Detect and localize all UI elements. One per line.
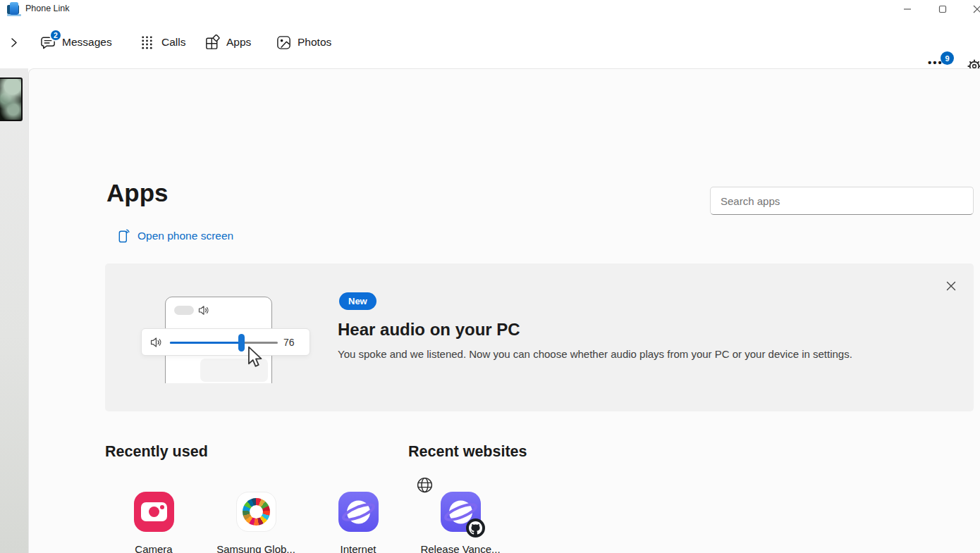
banner-close-button[interactable] [941, 276, 961, 296]
apps-grid-icon [204, 35, 220, 50]
speaker-icon [198, 305, 209, 316]
messages-badge: 2 [49, 29, 62, 42]
recent-websites-heading: Recent websites [408, 443, 527, 461]
samsung-internet-icon [338, 492, 379, 532]
minimize-button[interactable] [892, 0, 923, 18]
banner-title: Hear audio on your PC [338, 320, 520, 340]
close-button[interactable] [962, 0, 980, 18]
app-tile-camera[interactable]: Camera [104, 492, 203, 553]
volume-value: 76 [283, 337, 295, 348]
app-tile-samsung-global-goals[interactable]: Samsung Glob... [207, 492, 305, 553]
website-tile-label: Release Vance... [411, 543, 510, 553]
banner-description: You spoke and we listened. Now you can c… [338, 348, 852, 360]
page-title: Apps [106, 179, 169, 207]
tab-calls[interactable]: Calls [140, 30, 185, 55]
phone-wallpaper-thumbnail[interactable] [0, 77, 23, 121]
tab-apps[interactable]: Apps [204, 30, 251, 55]
phone-screen-icon [117, 228, 130, 243]
github-octocat-icon [466, 518, 485, 538]
main-content: Apps Open phone screen [28, 68, 980, 553]
app-tile-label: Internet [309, 543, 408, 553]
more-options-badge: 9 [941, 51, 954, 65]
volume-slider-thumb [238, 334, 245, 352]
tab-apps-label: Apps [226, 36, 251, 49]
phone-sidebar [0, 68, 28, 553]
maximize-button[interactable] [927, 0, 958, 18]
open-phone-screen-link[interactable]: Open phone screen [117, 228, 233, 243]
open-phone-screen-label: Open phone screen [137, 230, 233, 242]
expand-sidebar-button[interactable] [4, 32, 24, 52]
hear-audio-banner: 76 New Hear audio on your PC You spoke a… [105, 263, 974, 411]
dialpad-icon [140, 35, 155, 50]
camera-app-icon [134, 492, 174, 532]
new-badge: New [339, 292, 376, 310]
window-title: Phone Link [25, 4, 70, 13]
recently-used-heading: Recently used [105, 443, 208, 461]
volume-flyout-illustration: 76 [141, 328, 310, 356]
app-tile-internet[interactable]: Internet [309, 492, 408, 553]
tab-messages-label: Messages [62, 36, 112, 49]
close-icon [946, 281, 956, 291]
tab-photos-label: Photos [298, 36, 331, 49]
search-input[interactable] [710, 187, 974, 215]
photo-icon [276, 35, 291, 50]
tab-calls-label: Calls [161, 36, 185, 49]
mouse-cursor-icon [246, 346, 263, 368]
message-bubble-icon: 2 [40, 35, 56, 50]
speaker-icon [150, 337, 162, 348]
tab-messages[interactable]: 2 Messages [40, 30, 112, 55]
app-tile-label: Samsung Glob... [207, 543, 305, 553]
nav-bar: 2 Messages Calls Apps [0, 18, 980, 68]
tab-photos[interactable]: Photos [276, 30, 331, 55]
volume-slider-track [170, 342, 278, 344]
app-tile-label: Camera [104, 543, 203, 553]
phone-link-logo-icon [7, 2, 22, 16]
chevron-right-icon [9, 37, 20, 48]
title-bar: Phone Link [0, 0, 980, 18]
samsung-global-goals-icon [236, 492, 276, 532]
website-tile-release-vance[interactable]: Release Vance... [411, 492, 510, 553]
